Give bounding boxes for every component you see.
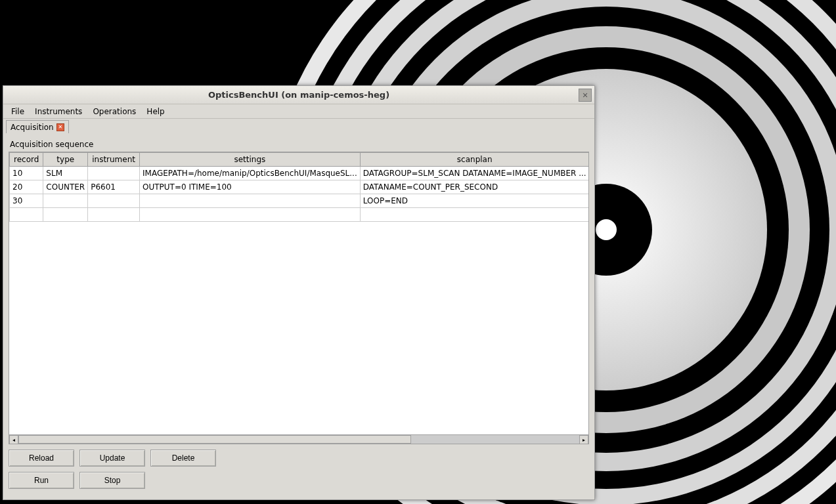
menu-operations[interactable]: Operations <box>87 106 141 117</box>
window-title: OpticsBenchUI (on manip-cemos-heg) <box>208 90 389 100</box>
update-button[interactable]: Update <box>79 450 145 467</box>
cell-instrument[interactable]: P6601 <box>88 180 140 194</box>
reload-button[interactable]: Reload <box>9 450 74 467</box>
col-header-scanplan[interactable]: scanplan <box>360 153 589 167</box>
cell-type[interactable]: COUNTER <box>43 180 88 194</box>
cell-scanplan[interactable]: DATAGROUP=SLM_SCAN DATANAME=IMAGE_NUMBER… <box>360 167 589 180</box>
horizontal-scrollbar[interactable]: ◂ ▸ <box>9 434 588 444</box>
table-container: record type instrument settings scanplan… <box>9 152 589 444</box>
cell-type[interactable] <box>43 194 88 208</box>
menu-instruments[interactable]: Instruments <box>30 106 87 117</box>
cell-instrument[interactable] <box>88 167 140 180</box>
scroll-right-icon[interactable]: ▸ <box>579 435 588 444</box>
cell-record[interactable]: 20 <box>10 180 43 194</box>
cell-record[interactable]: 30 <box>10 194 43 208</box>
col-header-settings[interactable]: settings <box>140 153 361 167</box>
titlebar[interactable]: OpticsBenchUI (on manip-cemos-heg) ✕ <box>3 86 594 104</box>
col-header-instrument[interactable]: instrument <box>88 153 140 167</box>
cell-settings[interactable] <box>140 194 361 208</box>
cell-scanplan[interactable]: LOOP=END <box>360 194 589 208</box>
menu-help[interactable]: Help <box>141 106 169 117</box>
button-panel: Reload Update Delete Run Stop <box>9 444 589 494</box>
table-row[interactable]: 30 LOOP=END <box>10 194 590 208</box>
stop-button[interactable]: Stop <box>79 472 145 489</box>
cell-type[interactable] <box>43 208 88 222</box>
svg-point-13 <box>596 219 617 240</box>
delete-button[interactable]: Delete <box>150 450 216 467</box>
acquisition-table[interactable]: record type instrument settings scanplan… <box>9 152 589 222</box>
tab-close-icon[interactable]: ✕ <box>56 123 64 131</box>
cell-instrument[interactable] <box>88 194 140 208</box>
cell-record[interactable] <box>10 208 43 222</box>
cell-instrument[interactable] <box>88 208 140 222</box>
cell-type[interactable]: SLM <box>43 167 88 180</box>
cell-scanplan[interactable] <box>360 208 589 222</box>
col-header-record[interactable]: record <box>10 153 43 167</box>
cell-settings[interactable] <box>140 208 361 222</box>
application-window: OpticsBenchUI (on manip-cemos-heg) ✕ Fil… <box>3 85 595 500</box>
table-row[interactable]: 20 COUNTER P6601 OUTPUT=0 ITIME=100 DATA… <box>10 180 590 194</box>
cell-record[interactable]: 10 <box>10 167 43 180</box>
section-label: Acquisition sequence <box>9 136 589 152</box>
scroll-thumb[interactable] <box>18 435 411 444</box>
tabbar: Acquisition ✕ <box>3 119 594 133</box>
table-header-row: record type instrument settings scanplan <box>10 153 590 167</box>
tab-acquisition[interactable]: Acquisition ✕ <box>6 120 69 133</box>
content-area: Acquisition sequence record type instrum… <box>3 133 594 499</box>
cell-settings[interactable]: OUTPUT=0 ITIME=100 <box>140 180 361 194</box>
menu-file[interactable]: File <box>6 106 30 117</box>
table-row[interactable]: 10 SLM IMAGEPATH=/home/manip/OpticsBench… <box>10 167 590 180</box>
tab-label: Acquisition <box>11 123 54 132</box>
table-row[interactable] <box>10 208 590 222</box>
col-header-type[interactable]: type <box>43 153 88 167</box>
scroll-left-icon[interactable]: ◂ <box>9 435 18 444</box>
run-button[interactable]: Run <box>9 472 74 489</box>
menubar: File Instruments Operations Help <box>3 104 594 119</box>
cell-scanplan[interactable]: DATANAME=COUNT_PER_SECOND <box>360 180 589 194</box>
cell-settings[interactable]: IMAGEPATH=/home/manip/OpticsBenchUI/Masq… <box>140 167 361 180</box>
close-icon[interactable]: ✕ <box>579 89 592 102</box>
scroll-track[interactable] <box>18 435 579 444</box>
